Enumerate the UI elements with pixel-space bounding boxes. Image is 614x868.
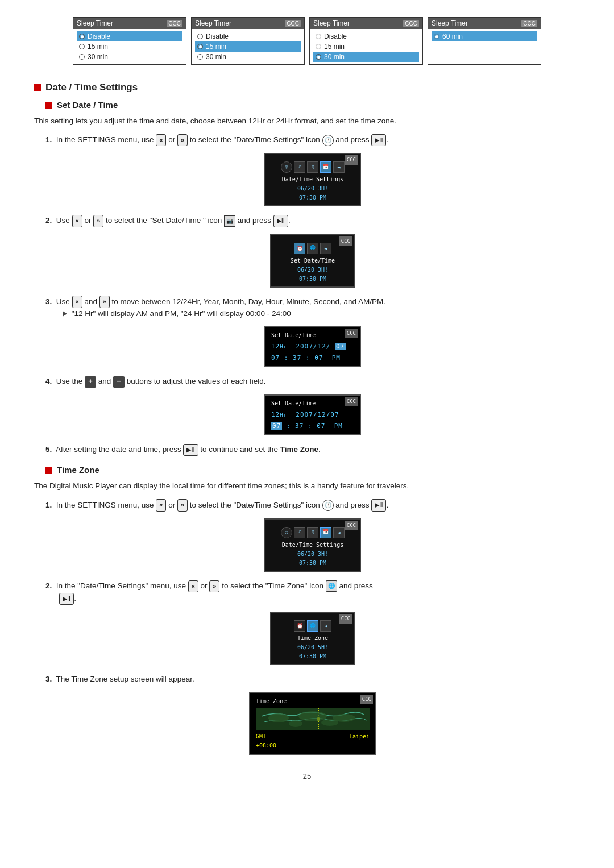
step-3: 3. Use « and » to move between 12/24Hr, … — [45, 296, 580, 368]
screen-container-3: CCC Set Date/Time 12Hr 2007/12/ 07 07 : … — [45, 326, 580, 367]
date-time-settings-heading: Date / Time Settings — [34, 82, 580, 93]
sleep-option-30-3: 30 min — [313, 52, 419, 62]
radio-disable-3 — [316, 34, 321, 39]
arrow-right-icon — [63, 311, 67, 317]
sleep-option-15-3: 15 min — [313, 41, 419, 52]
mini-icon-tz: 🌐 — [307, 243, 318, 254]
time-zone-heading: Time Zone — [45, 465, 580, 475]
tz-nav-left-2: « — [188, 580, 198, 593]
tz-clock-icon-1: 🕐 — [322, 500, 334, 511]
calendar-icon-2: 📷 — [224, 215, 235, 227]
tz-screen-time-1: 07:30 PM — [271, 559, 354, 568]
sleep-panel-3-header: Sleep Timer CCC — [310, 18, 422, 29]
sleep-panel-2: Sleep Timer CCC Disable 15 min 30 min — [191, 17, 305, 65]
sleep-option-15-1: 15 min — [77, 41, 182, 52]
sleep-panel-1: Sleep Timer CCC Disable 15 min 30 min — [73, 17, 186, 65]
tz-mini-icon-c: ◄ — [320, 620, 331, 632]
sub-step-3: "12 Hr" will display AM and PM, "24 Hr" … — [63, 308, 580, 319]
sleep-option-30-1: 30 min — [77, 52, 182, 62]
tz-screen-container-2: CCC ⏰ 🌐 ◄ Time Zone 06/20 5H! 07:30 PM — [45, 612, 580, 665]
tz-screen-date-1: 06/20 3H! — [271, 550, 354, 559]
sleep-panel-1-title: Sleep Timer — [77, 19, 113, 27]
dt-row2-3: 07 : 37 : 07 PM — [271, 353, 354, 363]
sleep-option-60-4: 60 min — [432, 31, 537, 41]
tz-play-icon-2: ▶II — [59, 593, 74, 605]
radio-30-2 — [197, 54, 203, 60]
mini-icon-arr2: ◄ — [320, 243, 331, 254]
tz-icon-row-1: ☺ ♪ ♫ 📅 ◄ — [271, 527, 354, 538]
svg-point-4 — [298, 711, 327, 721]
mini-icon-music: ♪ — [294, 161, 305, 173]
sleep-panel-4-title: Sleep Timer — [432, 19, 468, 27]
dt-row2-4: 07 : 37 : 07 PM — [271, 421, 354, 431]
screen-label-1: Date/Time Settings — [271, 175, 354, 184]
tz-map-svg — [256, 708, 370, 730]
sleep-panel-2-body: Disable 15 min 30 min — [192, 29, 304, 64]
radio-30-3 — [316, 54, 321, 60]
tz-play-icon-1: ▶II — [371, 499, 386, 512]
icon-row-1: ☺ ♪ ♫ 📅 ◄ — [271, 161, 354, 173]
radio-60-4 — [434, 34, 439, 39]
dt-title-3: Set Date/Time — [271, 331, 354, 340]
step-4: 4. Use the + and − buttons to adjust the… — [45, 375, 580, 435]
sleep-panel-3-body: Disable 15 min 30 min — [310, 29, 422, 64]
time-zone-steps: 1. In the SETTINGS menu, use « or » to s… — [45, 499, 580, 755]
svg-point-7 — [321, 719, 338, 726]
plus-icon: + — [85, 376, 96, 388]
sleep-timer-panels: Sleep Timer CCC Disable 15 min 30 min Sl… — [34, 17, 580, 65]
time-zone-intro: The Digital Music Player can display the… — [34, 480, 580, 492]
play-icon-1: ▶II — [371, 134, 386, 147]
tz-nav-right-1: » — [177, 499, 188, 512]
screen-container-4: CCC Set Date/Time 12Hr 2007/12/07 07 : 3… — [45, 394, 580, 435]
tz-icon-row-2: ⏰ 🌐 ◄ — [277, 620, 349, 632]
sleep-option-30-2: 30 min — [195, 52, 301, 62]
ccc-top-4: CCC — [345, 397, 358, 406]
sleep-panel-1-header: Sleep Timer CCC — [73, 18, 186, 29]
dt-row1-4: 12Hr 2007/12/07 — [271, 410, 354, 420]
svg-point-6 — [289, 720, 302, 727]
screen-container-2: CCC ⏰ 🌐 ◄ Set Date/Time 06/20 3H! 07:30 … — [45, 234, 580, 288]
tz-mini-icon-a: ⏰ — [294, 620, 305, 632]
set-date-time-steps: 1. In the SETTINGS menu, use « or » to s… — [45, 134, 580, 456]
sleep-ccc-1: CCC — [167, 20, 182, 27]
and-text-3: and — [84, 297, 99, 306]
tz-step-2-num: 2. — [45, 582, 52, 590]
tz-gmt-offset: +08:00 — [256, 741, 276, 750]
nav-left-icon-2: « — [72, 215, 82, 227]
sleep-option-15-2: 15 min — [195, 41, 301, 52]
radio-disable-2 — [197, 34, 203, 39]
screen-date-2: 06/20 3H! — [277, 265, 349, 275]
date-time-settings-title: Date / Time Settings — [45, 82, 138, 93]
tz-screen-container-3: CCC Time Zone — [45, 692, 580, 755]
clock-icon-1: 🕐 — [322, 135, 334, 146]
mini-icon-note: ♫ — [307, 161, 318, 173]
tz-nav-left-1: « — [156, 499, 166, 512]
tz-ccc-3: CCC — [360, 695, 373, 704]
sleep-option-disable-3: Disable — [313, 31, 419, 41]
tz-device-screen-1: CCC ☺ ♪ ♫ 📅 ◄ Date/Time Settings 06/20 3… — [264, 518, 361, 572]
sleep-panel-3-title: Sleep Timer — [313, 19, 350, 27]
device-screen-1: CCC ☺ ♪ ♫ 📅 ◄ Date/Time Settings 06/20 3… — [264, 153, 361, 206]
sleep-option-disable-2: Disable — [195, 31, 301, 41]
dt-screen-3: CCC Set Date/Time 12Hr 2007/12/ 07 07 : … — [264, 326, 361, 367]
step-1: 1. In the SETTINGS menu, use « or » to s… — [45, 134, 580, 206]
screen-time-1: 07:30 PM — [271, 193, 354, 202]
tz-ccc-2: CCC — [339, 614, 352, 623]
screen-container-1: CCC ☺ ♪ ♫ 📅 ◄ Date/Time Settings 06/20 3… — [45, 153, 580, 206]
tz-nav-right-2: » — [209, 580, 219, 593]
set-date-time-heading: Set Date / Time — [45, 100, 580, 110]
tz-map-title: Time Zone — [256, 697, 370, 706]
dt-row1-3: 12Hr 2007/12/ 07 — [271, 342, 354, 352]
sleep-ccc-2: CCC — [285, 20, 301, 27]
play-icon-5: ▶II — [183, 444, 198, 456]
ccc-top-3: CCC — [345, 329, 358, 338]
nav-left-icon-3: « — [72, 296, 82, 308]
set-date-time-intro: This setting lets you adjust the time an… — [34, 115, 580, 127]
tz-ccc-1: CCC — [345, 521, 358, 530]
step-4-num: 4. — [45, 377, 52, 385]
mini-icon-calendar-sel: 📅 — [320, 161, 331, 173]
icon-row-2: ⏰ 🌐 ◄ — [277, 243, 349, 254]
mini-icon-arrow: ◄ — [333, 161, 345, 173]
radio-disable-1 — [79, 34, 85, 39]
nav-right-icon-1: » — [177, 134, 188, 147]
